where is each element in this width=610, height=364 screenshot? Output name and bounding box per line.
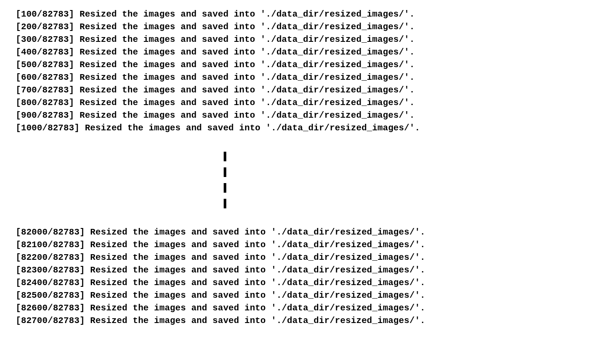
log-line: [600/82783] Resized the images and saved… [16, 71, 610, 84]
log-block-bottom: [82000/82783] Resized the images and sav… [16, 226, 610, 327]
ellipsis-tick [224, 152, 226, 161]
ellipsis-tick [224, 183, 226, 193]
log-line: [500/82783] Resized the images and saved… [16, 58, 610, 71]
ellipsis-tick [224, 199, 226, 208]
log-line: [100/82783] Resized the images and saved… [16, 8, 610, 20]
log-line: [82100/82783] Resized the images and sav… [16, 238, 610, 251]
log-line: [800/82783] Resized the images and saved… [16, 96, 610, 109]
log-line: [82300/82783] Resized the images and sav… [16, 264, 610, 276]
log-line: [82200/82783] Resized the images and sav… [16, 251, 610, 264]
log-line: [1000/82783] Resized the images and save… [16, 122, 610, 134]
log-line: [300/82783] Resized the images and saved… [16, 33, 610, 46]
log-line: [82400/82783] Resized the images and sav… [16, 276, 610, 289]
terminal-output: [100/82783] Resized the images and saved… [0, 0, 610, 327]
log-line: [400/82783] Resized the images and saved… [16, 46, 610, 58]
ellipsis-tick [224, 167, 226, 177]
log-line: [82700/82783] Resized the images and sav… [16, 314, 610, 327]
log-line: [82500/82783] Resized the images and sav… [16, 289, 610, 302]
log-block-top: [100/82783] Resized the images and saved… [16, 8, 610, 134]
log-line: [82600/82783] Resized the images and sav… [16, 302, 610, 314]
log-line: [700/82783] Resized the images and saved… [16, 84, 610, 96]
log-line: [82000/82783] Resized the images and sav… [16, 226, 610, 238]
log-line: [200/82783] Resized the images and saved… [16, 20, 610, 33]
log-line: [900/82783] Resized the images and saved… [16, 109, 610, 122]
vertical-ellipsis-icon [16, 152, 434, 208]
